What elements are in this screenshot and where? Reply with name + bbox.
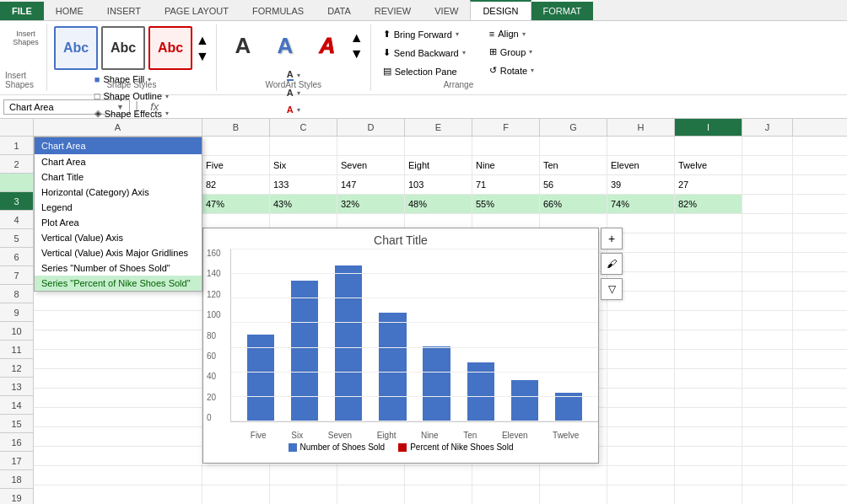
cell-f2[interactable]: Nine (472, 156, 540, 174)
cell-f2b[interactable]: 71 (472, 175, 540, 194)
cell-c1[interactable] (270, 137, 337, 155)
cell-f3[interactable]: 55% (472, 195, 540, 213)
cell-g3[interactable]: 66% (540, 195, 607, 213)
text-effects-btn[interactable]: A ▾ (282, 102, 305, 117)
shape-style-2[interactable]: Abc (101, 26, 145, 70)
tab-format[interactable]: FORMAT (531, 0, 594, 20)
row-num-11: 11 (0, 340, 33, 359)
dropdown-item-vert-axis[interactable]: Vertical (Value) Axis (35, 230, 202, 245)
send-backward-btn[interactable]: ⬇ Send Backward ▾ (378, 45, 471, 61)
y-label-20: 20 (207, 393, 227, 402)
bring-forward-btn[interactable]: ⬆ Bring Forward ▾ (378, 26, 471, 42)
chart-style-btn[interactable]: 🖌 (601, 253, 623, 275)
dropdown-item-chart-title[interactable]: Chart Title (35, 169, 202, 185)
col-a-header[interactable]: A (34, 119, 202, 136)
chart-add-btn[interactable]: + (601, 228, 623, 249)
cell-c2[interactable]: Six (270, 156, 337, 174)
tab-design[interactable]: DESIGN (470, 0, 531, 20)
shape-style-3[interactable]: Abc (148, 26, 192, 70)
cell-h3[interactable]: 74% (607, 195, 675, 213)
bar-six (285, 252, 324, 421)
cell-j2b[interactable] (742, 175, 793, 194)
align-btn[interactable]: ≡ Align ▾ (484, 26, 539, 41)
cell-d3[interactable]: 32% (337, 195, 405, 213)
tab-insert[interactable]: INSERT (95, 2, 153, 20)
row-num-2: 2 (0, 155, 33, 174)
tab-formulas[interactable]: FORMULAS (240, 2, 316, 20)
cell-d2[interactable]: Seven (337, 156, 405, 174)
tab-review[interactable]: REVIEW (363, 2, 423, 20)
chart-container[interactable]: Chart Title 0 20 40 60 80 100 120 140 16… (202, 228, 599, 464)
wordart-a3[interactable]: A (308, 26, 347, 65)
cell-i3[interactable]: 82% (675, 195, 742, 213)
y-label-120: 120 (207, 290, 227, 299)
cell-g1[interactable] (540, 137, 607, 155)
col-j-header[interactable]: J (742, 119, 793, 136)
col-i-header[interactable]: I (675, 119, 742, 136)
bar-five (241, 252, 280, 421)
col-d-header[interactable]: D (337, 119, 405, 136)
cell-e1[interactable] (405, 137, 472, 155)
dropdown-item-plot-area[interactable]: Plot Area (35, 215, 202, 230)
col-b-header[interactable]: B (202, 119, 270, 136)
cell-b1[interactable] (202, 137, 270, 155)
cell-e2[interactable]: Eight (405, 156, 472, 174)
chart-filter-btn[interactable]: ▽ (601, 278, 623, 300)
cell-g2[interactable]: Ten (540, 156, 607, 174)
dropdown-item-chart-area[interactable]: Chart Area (35, 154, 202, 169)
cell-e2b[interactable]: 103 (405, 175, 472, 194)
spreadsheet: A B C D E F G H I J 1 2 3 4 5 6 7 8 9 10… (0, 119, 847, 504)
cell-b3[interactable]: 47% (202, 195, 270, 213)
dropdown-item-legend[interactable]: Legend (35, 200, 202, 215)
cell-b2[interactable]: Five (202, 156, 270, 174)
chart-side-buttons: + 🖌 ▽ (601, 228, 623, 300)
insert-shapes-label: Insert Shapes (5, 71, 46, 89)
dropdown-item-horiz-axis[interactable]: Horizontal (Category) Axis (35, 185, 202, 200)
wordart-a2[interactable]: A (266, 26, 305, 65)
col-h-header[interactable]: H (607, 119, 675, 136)
wordart-a1[interactable]: A (224, 26, 262, 65)
tab-home[interactable]: HOME (44, 2, 95, 20)
dropdown-box[interactable]: Chart Area Chart Area Chart Title Horizo… (34, 137, 202, 292)
cell-c2b[interactable]: 133 (270, 175, 337, 194)
cell-e3[interactable]: 48% (405, 195, 472, 213)
rotate-btn[interactable]: ↺ Rotate ▾ (484, 62, 539, 78)
selection-pane-btn[interactable]: ▤ Selection Pane (378, 63, 471, 79)
cell-j1[interactable] (742, 137, 793, 155)
cell-h2[interactable]: Eleven (607, 156, 675, 174)
cell-j2[interactable] (742, 156, 793, 174)
cell-d1[interactable] (337, 137, 405, 155)
table-row (34, 466, 847, 485)
cell-i2[interactable]: Twelve (675, 156, 742, 174)
shape-styles-label: Shape Styles (106, 80, 156, 89)
y-label-80: 80 (207, 331, 227, 340)
cell-g2b[interactable]: 56 (540, 175, 607, 194)
cell-j3[interactable] (742, 195, 793, 213)
cell-i1[interactable] (675, 137, 742, 155)
group-btn[interactable]: ⊞ Group ▾ (484, 44, 539, 60)
legend-color-shoes (289, 443, 297, 452)
dropdown-item-series-shoes[interactable]: Series "Number of Shoes Sold" (35, 260, 202, 276)
row-num-18: 18 (0, 470, 33, 489)
cell-h2b[interactable]: 39 (607, 175, 675, 194)
cell-f1[interactable] (472, 137, 540, 155)
shape-outline-btn[interactable]: □ Shape Outline ▾ (89, 88, 174, 104)
tab-file[interactable]: FILE (0, 2, 44, 20)
dropdown-item-gridlines[interactable]: Vertical (Value) Axis Major Gridlines (35, 245, 202, 260)
tab-data[interactable]: DATA (316, 2, 363, 20)
cell-h1[interactable] (607, 137, 675, 155)
tab-view[interactable]: VIEW (423, 2, 470, 20)
shape-style-1[interactable]: Abc (54, 26, 98, 70)
col-g-header[interactable]: G (540, 119, 607, 136)
row-num-6: 6 (0, 248, 33, 266)
cell-d2b[interactable]: 147 (337, 175, 405, 194)
cell-c3[interactable]: 43% (270, 195, 337, 213)
dropdown-item-series-percent[interactable]: Series "Percent of Nike Shoes Sold" (35, 276, 202, 291)
legend-item-shoes: Number of Shoes Sold (289, 442, 386, 452)
col-c-header[interactable]: C (270, 119, 337, 136)
cell-i2b[interactable]: 27 (675, 175, 742, 194)
tab-page-layout[interactable]: PAGE LAYOUT (153, 2, 240, 20)
cell-b2b[interactable]: 82 (202, 175, 270, 194)
col-e-header[interactable]: E (405, 119, 472, 136)
col-f-header[interactable]: F (472, 119, 540, 136)
